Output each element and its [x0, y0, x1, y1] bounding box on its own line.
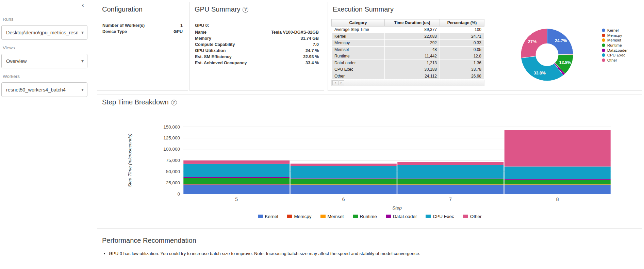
legend-item-memset: Memset [602, 38, 628, 43]
recommendation-list: GPU 0 has low utilization. You could try… [103, 251, 420, 258]
legend-item-runtime: Runtime [353, 214, 377, 219]
bar-segment-memcpy-step7[interactable] [397, 185, 503, 185]
bar-segment-kernel-step5[interactable] [183, 184, 290, 194]
step-time-breakdown-panel: Step Time Breakdown? 025,00050,00075,000… [97, 95, 642, 229]
workers-select[interactable]: resnet50_workers4_batch4 ▾ [1, 82, 87, 97]
legend-label: Memset [328, 214, 344, 219]
y-axis-title: Step Time (microseconds) [127, 134, 132, 187]
execution-summary-panel: Execution Summary CategoryTime Duration … [328, 2, 642, 91]
help-icon[interactable]: ? [243, 7, 248, 13]
bar-segment-other-step7[interactable] [397, 162, 503, 165]
legend-label: Other [470, 214, 482, 219]
bar-segment-other-step5[interactable] [183, 161, 290, 164]
bar-segment-memset-step5[interactable] [183, 184, 290, 184]
bar-segment-other-step6[interactable] [291, 164, 397, 166]
legend-color-dot [602, 53, 605, 57]
configuration-row: Device TypeGPU [102, 29, 183, 35]
donut-slice-label: 33.8% [533, 71, 545, 75]
legend-item-cpu-exec: CPU Exec [426, 214, 454, 219]
legend-color-swatch [426, 215, 431, 218]
legend-label: Memset [607, 38, 621, 42]
chevron-down-icon: ▾ [81, 87, 84, 92]
bar-segment-other-step8[interactable] [505, 130, 611, 167]
bar-segment-kernel-step7[interactable] [397, 185, 503, 194]
legend-item-memset: Memset [320, 214, 344, 219]
legend-item-dataloader: DataLoader [386, 214, 417, 219]
gpu-summary-title: GPU Summary? [195, 5, 248, 13]
configuration-label: Device Type [102, 29, 127, 35]
legend-label: Runtime [607, 43, 622, 47]
gpu-summary-value: 24.7 % [306, 48, 319, 54]
bar-segment-runtime-step7[interactable] [397, 179, 503, 185]
y-axis-tick-label: 75,000 [166, 158, 180, 163]
legend-color-dot [602, 34, 605, 37]
gpu-summary-rows: NameTesla V100-DGXS-32GBMemory31.74 GBCo… [195, 29, 319, 66]
legend-color-swatch [353, 215, 358, 218]
sidebar-header: ‹ [0, 0, 89, 11]
chevron-down-icon: ▾ [81, 58, 84, 64]
gpu-summary-row: GPU Utilization24.7 % [195, 48, 319, 54]
bar-segment-cpu-exec-step5[interactable] [183, 164, 290, 177]
bar-segment-runtime-step8[interactable] [505, 180, 611, 185]
runs-select-value: Desktop\demo\gpu_metrics_resnet... [6, 30, 78, 35]
workers-label: Workers [3, 74, 87, 79]
runs-select[interactable]: Desktop\demo\gpu_metrics_resnet... ▾ [1, 25, 87, 40]
bar-segment-memcpy-step8[interactable] [505, 185, 611, 185]
bar-segment-dataloader-step6[interactable] [291, 178, 397, 179]
legend-color-dot [602, 44, 605, 47]
bar-segment-runtime-step5[interactable] [183, 178, 290, 184]
x-axis-tick-label: 8 [556, 197, 559, 202]
y-axis-tick-label: 25,000 [166, 180, 180, 185]
bar-segment-kernel-step8[interactable] [505, 185, 611, 194]
bar-segment-memset-step6[interactable] [291, 184, 397, 185]
bar-segment-kernel-step6[interactable] [291, 185, 397, 194]
x-axis-tick-label: 6 [342, 197, 345, 202]
gpu-summary-row: Est. Achieved Occupancy33.4 % [195, 60, 319, 66]
gpu-summary-value: 31.74 GB [300, 35, 319, 41]
gpu-summary-label: Est. SM Efficiency [195, 54, 232, 60]
gpu-summary-row: Memory31.74 GB [195, 35, 319, 41]
bar-segment-runtime-step6[interactable] [291, 179, 397, 185]
gpu-summary-row: NameTesla V100-DGXS-32GB [195, 29, 319, 35]
bar-segment-cpu-exec-step7[interactable] [397, 165, 503, 179]
gpu-summary-panel: GPU Summary? GPU 0: NameTesla V100-DGXS-… [189, 2, 324, 91]
configuration-row: Number of Worker(s)1 [102, 22, 183, 29]
legend-color-swatch [386, 215, 391, 218]
workers-select-value: resnet50_workers4_batch4 [6, 87, 66, 93]
bar-segment-memset-step8[interactable] [505, 184, 611, 185]
gpu-summary-value: 7.0 [313, 41, 319, 48]
donut-slice-label: 27% [528, 39, 536, 44]
gpu-summary-value: Tesla V100-DGXS-32GB [271, 29, 319, 35]
gpu-summary-label: Compute Capability [195, 41, 235, 48]
legend-color-dot [602, 38, 605, 42]
runs-label: Runs [3, 17, 87, 22]
performance-recommendation-title: Performance Recommendation [102, 237, 196, 245]
gpu-summary-label: GPU Utilization [195, 48, 226, 54]
collapse-sidebar-icon[interactable]: ‹ [82, 1, 84, 9]
views-select-value: Overview [6, 58, 27, 64]
gpu-device-label: GPU 0: [195, 23, 209, 28]
legend-label: Kernel [265, 214, 278, 219]
bar-segment-dataloader-step8[interactable] [505, 179, 611, 180]
legend-label: DataLoader [607, 48, 628, 52]
gpu-summary-label: Memory [195, 35, 211, 41]
configuration-panel: Configuration Number of Worker(s)1Device… [97, 2, 188, 91]
bar-segment-memset-step7[interactable] [397, 184, 503, 185]
gpu-summary-value: 22.93 % [303, 54, 319, 60]
gpu-summary-value: 33.4 % [306, 60, 319, 66]
legend-label: Memcpy [607, 33, 622, 37]
y-axis-tick-label: 100,000 [163, 147, 180, 152]
bar-segment-cpu-exec-step6[interactable] [291, 166, 397, 179]
recommendation-item: GPU 0 has low utilization. You could try… [109, 251, 420, 256]
y-axis-tick-label: 125,000 [163, 135, 180, 140]
gpu-summary-row: Compute Capability7.0 [195, 41, 319, 48]
legend-item-other: Other [463, 214, 482, 219]
chevron-down-icon: ▾ [81, 30, 84, 35]
bar-segment-cpu-exec-step8[interactable] [505, 167, 611, 179]
views-select[interactable]: Overview ▾ [1, 54, 87, 68]
bar-segment-memcpy-step5[interactable] [183, 184, 290, 185]
x-axis-title: Step [392, 205, 402, 211]
bar-segment-dataloader-step5[interactable] [183, 177, 290, 178]
bar-segment-dataloader-step7[interactable] [397, 179, 503, 179]
bar-segment-memcpy-step6[interactable] [291, 185, 397, 185]
